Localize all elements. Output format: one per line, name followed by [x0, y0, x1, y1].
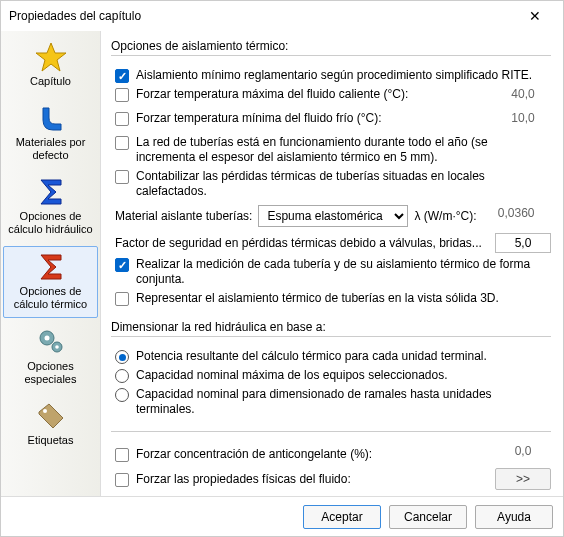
sidebar-item-materials[interactable]: Materiales por defecto [1, 96, 100, 170]
fluid-props-label: Forzar las propiedades físicas del fluid… [136, 472, 495, 487]
antifreeze-checkbox[interactable] [115, 448, 129, 462]
star-icon [35, 41, 67, 73]
sidebar-item-label: Opciones especiales [5, 360, 96, 386]
sizing-opt1-radio[interactable] [115, 350, 129, 364]
sidebar-item-label: Etiquetas [28, 434, 74, 447]
lambda-label: λ (W/m·°C): [414, 209, 476, 223]
force-hot-label: Forzar temperatura máxima del fluido cal… [136, 87, 495, 102]
sidebar-item-special[interactable]: Opciones especiales [1, 320, 100, 394]
sidebar-item-label: Capítulo [30, 75, 71, 88]
safety-input[interactable] [495, 233, 551, 253]
force-cold-checkbox[interactable] [115, 112, 129, 126]
cancel-button[interactable]: Cancelar [389, 505, 467, 529]
sidebar-item-label: Opciones de cálculo hidráulico [5, 210, 96, 236]
svg-point-5 [43, 409, 47, 413]
svg-point-4 [55, 345, 59, 349]
help-button[interactable]: Ayuda [475, 505, 553, 529]
tag-icon [35, 400, 67, 432]
sizing-legend: Dimensionar la red hidráulica en base a: [111, 320, 551, 334]
force-hot-value: 40,0 [495, 87, 551, 107]
sidebar-item-labels[interactable]: Etiquetas [1, 394, 100, 455]
close-icon[interactable]: ✕ [515, 8, 555, 24]
material-select[interactable]: Espuma elastomérica [258, 205, 408, 227]
sizing-opt2-label: Capacidad nominal máxima de los equipos … [136, 368, 551, 383]
count-losses-label: Contabilizar las pérdidas térmicas de tu… [136, 169, 551, 199]
sidebar: Capítulo Materiales por defecto Opciones… [1, 31, 101, 496]
min-insulation-checkbox[interactable] [115, 69, 129, 83]
sizing-opt3-radio[interactable] [115, 388, 129, 402]
joint-measure-checkbox[interactable] [115, 258, 129, 272]
sidebar-item-thermal[interactable]: Opciones de cálculo térmico [3, 246, 98, 318]
fluid-props-checkbox[interactable] [115, 473, 129, 487]
material-label: Material aislante tuberías: [115, 209, 252, 223]
solid-view-checkbox[interactable] [115, 292, 129, 306]
lambda-value: 0,0360 [483, 206, 539, 226]
sizing-opt1-label: Potencia resultante del cálculo térmico … [136, 349, 551, 364]
bottom-group: Forzar concentración de anticongelante (… [111, 431, 551, 494]
sidebar-item-label: Opciones de cálculo térmico [6, 285, 95, 311]
window-title: Propiedades del capítulo [9, 9, 515, 23]
sidebar-item-hydraulic[interactable]: Opciones de cálculo hidráulico [1, 170, 100, 244]
solid-view-label: Representar el aislamiento térmico de tu… [136, 291, 551, 306]
sizing-opt2-radio[interactable] [115, 369, 129, 383]
svg-marker-0 [36, 43, 66, 71]
min-insulation-label: Aislamiento mínimo reglamentario según p… [136, 68, 551, 83]
fluid-props-button[interactable]: >> [495, 468, 551, 490]
pipe-icon [35, 102, 67, 134]
force-cold-label: Forzar temperatura mínima del fluido frí… [136, 111, 495, 126]
insulation-legend: Opciones de aislamiento térmico: [111, 39, 551, 53]
sizing-group: Potencia resultante del cálculo térmico … [111, 336, 551, 421]
all-year-checkbox[interactable] [115, 136, 129, 150]
antifreeze-value: 0,0 [495, 444, 551, 464]
sidebar-item-chapter[interactable]: Capítulo [1, 35, 100, 96]
force-cold-value: 10,0 [495, 111, 551, 131]
antifreeze-label: Forzar concentración de anticongelante (… [136, 447, 495, 462]
sidebar-item-label: Materiales por defecto [5, 136, 96, 162]
gears-icon [35, 326, 67, 358]
count-losses-checkbox[interactable] [115, 170, 129, 184]
svg-point-2 [44, 336, 49, 341]
joint-measure-label: Realizar la medición de cada tubería y d… [136, 257, 551, 287]
force-hot-checkbox[interactable] [115, 88, 129, 102]
ok-button[interactable]: Aceptar [303, 505, 381, 529]
all-year-label: La red de tuberías está en funcionamient… [136, 135, 551, 165]
insulation-group: Aislamiento mínimo reglamentario según p… [111, 55, 551, 310]
sigma-red-icon [35, 251, 67, 283]
sizing-opt3-label: Capacidad nominal para dimensionado de r… [136, 387, 551, 417]
safety-label: Factor de seguridad en pérdidas térmicas… [115, 236, 495, 251]
sigma-blue-icon [35, 176, 67, 208]
